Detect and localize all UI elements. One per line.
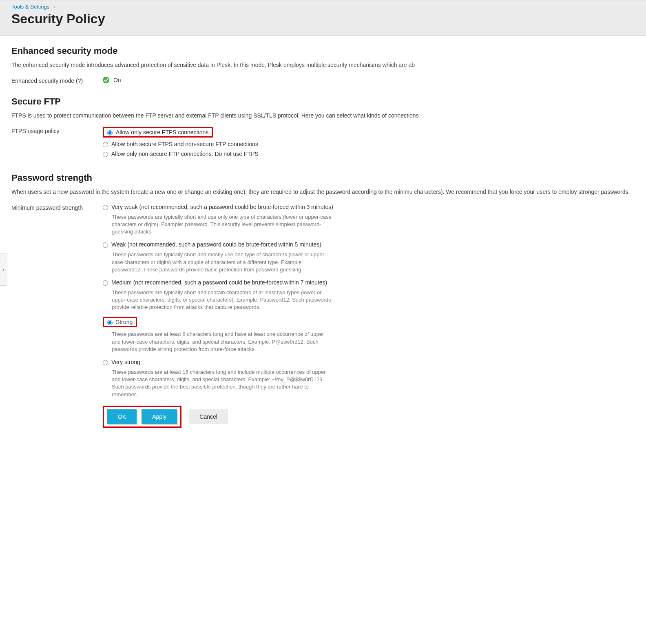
cancel-button[interactable]: Cancel [189,409,228,424]
radio-pw-weak[interactable] [103,242,108,248]
label-ftps-policy: FTPS usage policy [11,127,103,134]
check-circle-icon [103,77,109,83]
radio-label-pw-medium: Medium (not recommended, such a password… [111,279,327,286]
label-min-password-strength: Minimum password strength [11,204,103,211]
breadcrumb: Tools & Settings › [11,4,635,10]
section-heading-ftp: Secure FTP [11,96,635,107]
hint-pw-medium: These passwords are typically short and … [112,289,332,311]
section-desc-ftp: FTPS is used to protect communication be… [11,112,635,120]
radio-label-ftps-both: Allow both secure FTPS and non-secure FT… [111,141,258,147]
hint-pw-strong: These passwords are at least 8 character… [112,331,332,353]
section-heading-password: Password strength [11,173,635,183]
radio-ftps-none[interactable] [103,152,108,157]
radio-label-ftps-secure-only: Allow only secure FTPS connections [116,129,208,135]
chevron-right-icon: › [53,4,55,10]
apply-button[interactable]: Apply [142,409,177,424]
radio-label-pw-very-strong: Very strong [111,359,140,365]
ok-button[interactable]: OK [107,409,137,424]
label-enhanced-mode: Enhanced security mode (?) [11,77,103,84]
breadcrumb-link-tools-settings[interactable]: Tools & Settings [11,4,49,10]
radio-ftps-both[interactable] [103,142,108,147]
enhanced-mode-status: On [113,77,121,83]
radio-label-ftps-none: Allow only non-secure FTP connections. D… [111,151,259,157]
radio-pw-strong[interactable] [107,320,113,325]
hint-pw-very-strong: These passwords are at least 16 characte… [112,369,332,398]
radio-pw-very-strong[interactable] [103,360,108,365]
radio-label-pw-weak: Weak (not recommended, such a password c… [111,241,321,248]
radio-pw-medium[interactable] [103,280,108,286]
section-heading-enhanced: Enhanced security mode [11,46,635,56]
radio-pw-very-weak[interactable] [103,205,108,210]
chevron-left-icon: ‹ [2,266,4,273]
radio-label-pw-strong: Strong [116,319,133,325]
section-desc-password: When users set a new password in the sys… [11,188,635,196]
side-panel-toggle[interactable]: ‹ [0,253,7,286]
section-desc-enhanced: The enhanced security mode introduces ad… [11,61,635,69]
hint-pw-weak: These passwords are typically short and … [112,251,332,273]
radio-label-pw-very-weak: Very weak (not recommended, such a passw… [111,204,333,210]
hint-pw-very-weak: These passwords are typically short and … [112,213,332,236]
page-title: Security Policy [11,11,635,27]
radio-ftps-secure-only[interactable] [107,130,113,135]
